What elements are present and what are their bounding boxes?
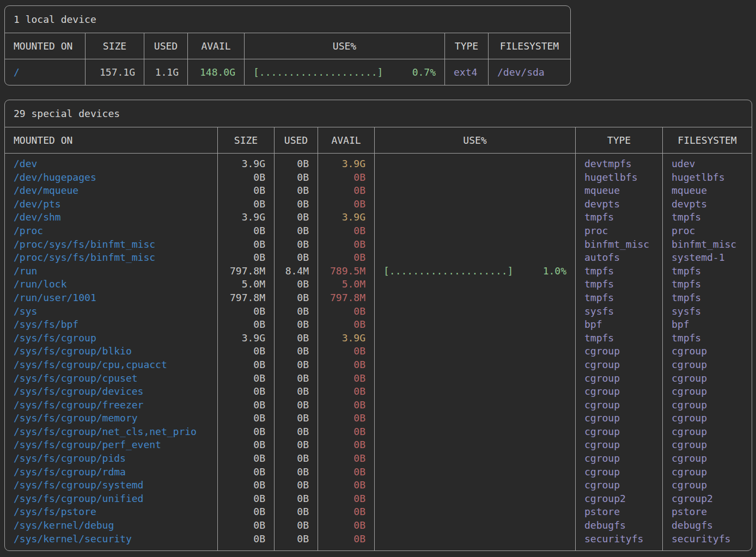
fs-type: securityfs xyxy=(576,532,663,551)
used-value: 0B xyxy=(275,345,318,358)
filesystem: mqueue xyxy=(663,184,752,198)
use-percent-cell xyxy=(375,224,576,238)
use-percent-cell xyxy=(375,505,576,519)
use-percent-cell: [....................]1.0% xyxy=(375,265,576,278)
size-value: 0B xyxy=(218,438,275,452)
avail-value: 148.0G xyxy=(188,59,245,85)
fs-type: binfmt_misc xyxy=(576,238,663,252)
avail-value: 0B xyxy=(318,251,375,265)
mount-point: /sys/kernel/debug xyxy=(5,519,218,532)
column-header: SIZE xyxy=(218,127,275,154)
mount-point: /sys/fs/cgroup/rdma xyxy=(5,466,218,479)
filesystem: systemd-1 xyxy=(663,251,752,265)
avail-value: 0B xyxy=(318,466,375,479)
use-percent-cell xyxy=(375,332,576,345)
column-header: SIZE xyxy=(86,33,144,59)
fs-type: hugetlbfs xyxy=(576,171,663,185)
avail-value: 797.8M xyxy=(318,291,375,305)
fs-type: tmpfs xyxy=(576,291,663,305)
mount-point: /sys/fs/cgroup/net_cls,net_prio xyxy=(5,425,218,439)
filesystem: tmpfs xyxy=(663,291,752,305)
size-value: 5.0M xyxy=(218,278,275,291)
use-percent-cell xyxy=(375,345,576,358)
mount-point: /dev/shm xyxy=(5,211,218,224)
local-devices-table: 1 local device MOUNTED ONSIZEUSEDAVAILUS… xyxy=(4,5,571,85)
size-value: 0B xyxy=(218,425,275,439)
use-percent-cell xyxy=(375,184,576,198)
column-header: TYPE xyxy=(576,127,663,154)
special-devices-table: 29 special devices MOUNTED ONSIZEUSEDAVA… xyxy=(4,100,752,551)
size-value: 0B xyxy=(218,492,275,506)
used-value: 0B xyxy=(275,385,318,399)
used-value: 0B xyxy=(275,198,318,211)
used-value: 0B xyxy=(275,466,318,479)
filesystem: tmpfs xyxy=(663,265,752,278)
special-table-title: 29 special devices xyxy=(5,100,752,127)
usage-bar: [....................] xyxy=(383,265,513,278)
avail-value: 3.9G xyxy=(318,154,375,171)
use-percent-cell xyxy=(375,479,576,492)
use-percent-cell xyxy=(375,291,576,305)
used-value: 0B xyxy=(275,154,318,171)
fs-type: tmpfs xyxy=(576,332,663,345)
size-value: 0B xyxy=(218,251,275,265)
used-value: 0B xyxy=(275,505,318,519)
filesystem: tmpfs xyxy=(663,211,752,224)
column-header: AVAIL xyxy=(318,127,375,154)
avail-value: 0B xyxy=(318,238,375,252)
size-value: 0B xyxy=(218,479,275,492)
use-percent-cell xyxy=(375,399,576,412)
fs-type: cgroup xyxy=(576,438,663,452)
size-value: 797.8M xyxy=(218,265,275,278)
used-value: 0B xyxy=(275,291,318,305)
use-percent-cell xyxy=(375,492,576,506)
fs-type: cgroup xyxy=(576,466,663,479)
fs-type: cgroup xyxy=(576,372,663,385)
size-value: 0B xyxy=(218,224,275,238)
used-value: 0B xyxy=(275,479,318,492)
use-percent-cell xyxy=(375,438,576,452)
used-value: 0B xyxy=(275,412,318,425)
mount-point: /sys/fs/cgroup/cpuset xyxy=(5,372,218,385)
filesystem: cgroup xyxy=(663,438,752,452)
used-value: 0B xyxy=(275,452,318,466)
mount-point: /run xyxy=(5,265,218,278)
use-percent-cell xyxy=(375,238,576,252)
mount-point: /sys/fs/cgroup/memory xyxy=(5,412,218,425)
mount-point: /sys xyxy=(5,305,218,319)
used-value: 0B xyxy=(275,318,318,332)
avail-value: 0B xyxy=(318,305,375,319)
filesystem: bpf xyxy=(663,318,752,332)
avail-value: 0B xyxy=(318,198,375,211)
use-percent-cell xyxy=(375,452,576,466)
mount-point: /proc/sys/fs/binfmt_misc xyxy=(5,238,218,252)
avail-value: 0B xyxy=(318,479,375,492)
usage-percent: 0.7% xyxy=(412,60,436,84)
fs-type: devtmpfs xyxy=(576,154,663,171)
fs-type: pstore xyxy=(576,505,663,519)
avail-value: 0B xyxy=(318,171,375,185)
avail-value: 0B xyxy=(318,184,375,198)
avail-value: 789.5M xyxy=(318,265,375,278)
mount-point: /sys/fs/bpf xyxy=(5,318,218,332)
avail-value: 0B xyxy=(318,452,375,466)
fs-type: cgroup xyxy=(576,425,663,439)
used-value: 0B xyxy=(275,332,318,345)
use-percent-cell xyxy=(375,532,576,551)
mount-point: /run/user/1001 xyxy=(5,291,218,305)
size-value: 0B xyxy=(218,238,275,252)
fs-type: cgroup2 xyxy=(576,492,663,506)
filesystem: cgroup xyxy=(663,345,752,358)
filesystem: cgroup2 xyxy=(663,492,752,506)
mount-point: /sys/fs/cgroup/unified xyxy=(5,492,218,506)
size-value: 0B xyxy=(218,345,275,358)
filesystem: cgroup xyxy=(663,358,752,372)
fs-type: cgroup xyxy=(576,358,663,372)
use-percent-cell xyxy=(375,318,576,332)
column-header: MOUNTED ON xyxy=(5,127,218,154)
used-value: 0B xyxy=(275,278,318,291)
used-value: 0B xyxy=(275,224,318,238)
filesystem: /dev/sda xyxy=(489,59,570,85)
use-percent-cell xyxy=(375,171,576,185)
used-value: 0B xyxy=(275,438,318,452)
